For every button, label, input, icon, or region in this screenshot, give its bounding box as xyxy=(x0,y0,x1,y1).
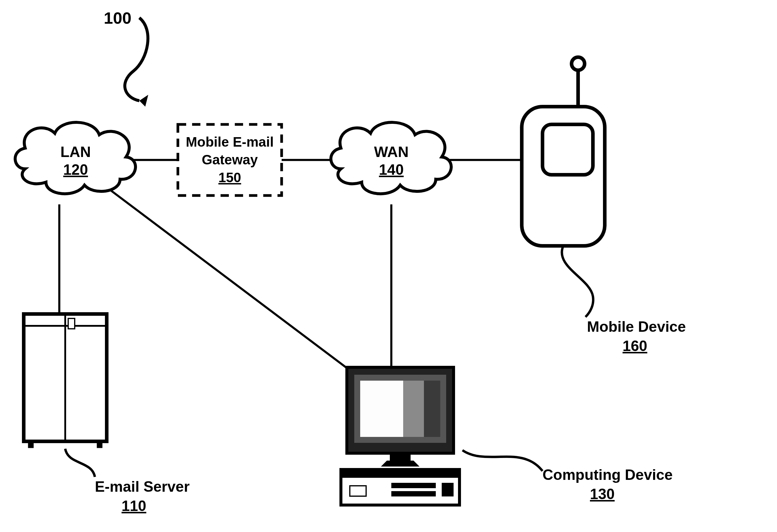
wan-label: WAN xyxy=(374,144,409,160)
lan-ref: 120 xyxy=(63,161,88,178)
mobile-device-caption: Mobile Device 160 xyxy=(587,318,686,354)
svg-rect-17 xyxy=(97,441,102,448)
wan-cloud: WAN 140 xyxy=(331,122,451,194)
computing-device-caption: Computing Device 130 xyxy=(543,467,673,502)
svg-rect-15 xyxy=(68,318,75,329)
gateway-box: Mobile E-mail Gateway 150 xyxy=(178,124,282,195)
svg-point-9 xyxy=(572,57,585,70)
figure-ref-label: 100 xyxy=(104,9,131,27)
svg-rect-28 xyxy=(391,491,436,497)
email-server-caption: E-mail Server 110 xyxy=(95,479,190,514)
svg-marker-24 xyxy=(381,460,420,467)
mobile-label: Mobile Device xyxy=(587,318,686,335)
svg-rect-29 xyxy=(442,483,454,497)
lan-cloud: LAN 120 xyxy=(15,122,135,194)
svg-rect-11 xyxy=(543,124,593,175)
server-ref: 110 xyxy=(122,498,146,514)
wan-ref: 140 xyxy=(379,161,404,178)
computing-device-icon xyxy=(341,367,543,505)
svg-rect-22 xyxy=(424,381,440,437)
gateway-label-line1: Mobile E-mail xyxy=(186,134,273,150)
server-label: E-mail Server xyxy=(95,479,190,495)
computer-ref: 130 xyxy=(590,486,615,502)
gateway-ref: 150 xyxy=(218,170,241,185)
svg-marker-6 xyxy=(139,95,148,107)
svg-rect-16 xyxy=(28,441,33,448)
gateway-label-line2: Gateway xyxy=(202,152,258,167)
svg-rect-26 xyxy=(341,470,459,478)
svg-rect-27 xyxy=(391,483,436,488)
connections xyxy=(59,160,522,379)
lan-label: LAN xyxy=(61,144,91,160)
computer-label: Computing Device xyxy=(543,467,673,483)
svg-line-4 xyxy=(110,189,362,379)
mobile-ref: 160 xyxy=(623,338,647,354)
figure-ref: 100 xyxy=(104,9,148,107)
mobile-device-icon xyxy=(522,57,605,317)
network-diagram: 100 LAN 120 Mobile E-mail Gateway 150 WA… xyxy=(0,0,777,532)
email-server-icon xyxy=(24,314,107,477)
